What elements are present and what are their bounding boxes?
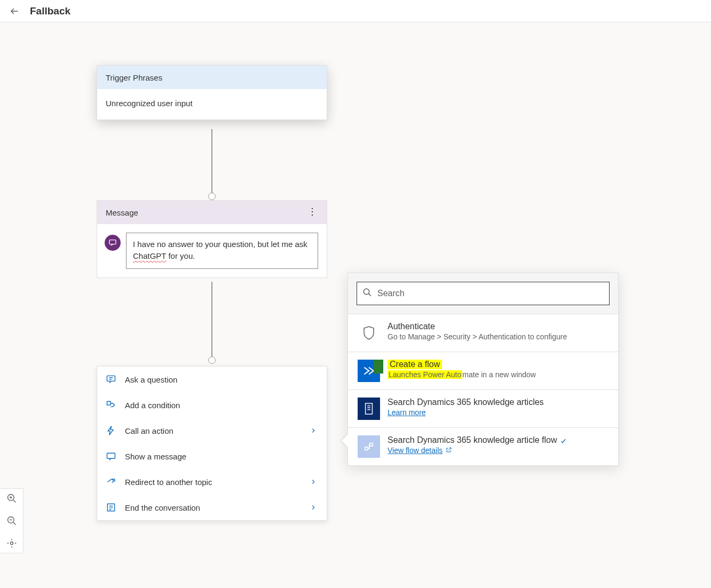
svg-rect-2 bbox=[107, 401, 111, 405]
connector-knob[interactable] bbox=[208, 356, 216, 364]
connector-knob[interactable] bbox=[208, 193, 216, 200]
message-text-post: for you. bbox=[166, 251, 195, 260]
chevron-right-icon bbox=[310, 478, 317, 486]
shield-icon bbox=[358, 322, 380, 344]
action-ask-question[interactable]: Ask a question bbox=[97, 367, 327, 392]
redirect-icon bbox=[105, 476, 117, 487]
checkmark-icon bbox=[560, 437, 567, 444]
flyout-item-authenticate[interactable]: Authenticate Go to Manage > Security > A… bbox=[348, 314, 618, 352]
subtitle-rest: mate in a new window bbox=[462, 370, 536, 379]
external-link-icon bbox=[446, 446, 452, 452]
chevron-right-icon bbox=[310, 504, 317, 511]
svg-rect-8 bbox=[370, 443, 373, 447]
flyout-item-title: Create a flow bbox=[388, 360, 442, 369]
connector-line bbox=[211, 129, 212, 196]
document-icon bbox=[358, 398, 380, 420]
svg-rect-3 bbox=[107, 453, 115, 458]
search-icon bbox=[362, 288, 372, 299]
svg-point-5 bbox=[364, 289, 369, 295]
call-action-flyout: Authenticate Go to Manage > Security > A… bbox=[347, 273, 619, 466]
zoom-out-button[interactable] bbox=[6, 515, 17, 526]
action-label: Ask a question bbox=[125, 375, 317, 384]
svg-rect-6 bbox=[366, 403, 373, 414]
search-input[interactable] bbox=[377, 289, 604, 298]
action-label: Redirect to another topic bbox=[125, 478, 302, 487]
page-header: Fallback bbox=[0, 0, 711, 22]
connector-line bbox=[211, 282, 212, 360]
action-label: Show a message bbox=[125, 452, 317, 461]
flyout-search-wrapper bbox=[348, 273, 618, 314]
message-text-spellcheck: ChatGPT bbox=[133, 251, 166, 260]
action-show-message[interactable]: Show a message bbox=[97, 443, 327, 469]
flow-icon bbox=[358, 435, 380, 458]
message-chat-icon bbox=[105, 235, 121, 251]
action-call-action[interactable]: Call an action bbox=[97, 418, 327, 443]
svg-rect-7 bbox=[365, 447, 368, 450]
flyout-item-subtitle: Go to Manage > Security > Authentication… bbox=[388, 332, 609, 341]
chat-icon bbox=[105, 451, 117, 462]
message-card[interactable]: Message ⋯ I have no answer to your quest… bbox=[97, 200, 327, 278]
message-text-input[interactable]: I have no answer to your question, but l… bbox=[126, 233, 318, 269]
list-icon bbox=[105, 502, 117, 513]
message-card-header: Message ⋯ bbox=[97, 201, 327, 224]
svg-point-11 bbox=[10, 542, 13, 545]
flyout-item-title: Search Dynamics 365 knowledge article fl… bbox=[388, 435, 609, 445]
action-end-conversation[interactable]: End the conversation bbox=[97, 495, 327, 520]
card-title: Trigger Phrases bbox=[106, 73, 162, 82]
fit-view-button[interactable] bbox=[6, 538, 17, 549]
flyout-item-create-flow[interactable]: Create a flow Launches Power Automate in… bbox=[348, 352, 618, 390]
branch-icon bbox=[105, 400, 117, 410]
more-menu-icon[interactable]: ⋯ bbox=[307, 207, 319, 218]
action-add-condition[interactable]: Add a condition bbox=[97, 392, 327, 418]
action-label: Call an action bbox=[125, 426, 302, 435]
trigger-phrases-header: Trigger Phrases bbox=[97, 66, 327, 89]
flyout-search-box[interactable] bbox=[357, 282, 610, 305]
power-automate-icon bbox=[358, 360, 380, 382]
subtitle-highlight: Launches Power Auto bbox=[388, 370, 462, 379]
trigger-phrase-value: Unrecognized user input bbox=[97, 89, 327, 120]
trigger-phrases-card[interactable]: Trigger Phrases Unrecognized user input bbox=[97, 65, 327, 120]
question-icon bbox=[105, 374, 117, 385]
action-redirect-topic[interactable]: Redirect to another topic bbox=[97, 469, 327, 495]
svg-rect-0 bbox=[109, 240, 116, 244]
action-label: Add a condition bbox=[125, 401, 317, 410]
zoom-toolbar bbox=[0, 488, 23, 553]
canvas[interactable]: Trigger Phrases Unrecognized user input … bbox=[0, 22, 711, 588]
action-label: End the conversation bbox=[125, 503, 302, 512]
flyout-item-title: Search Dynamics 365 knowledge articles bbox=[388, 398, 609, 407]
chevron-right-icon bbox=[310, 427, 317, 434]
learn-more-link[interactable]: Learn more bbox=[388, 408, 426, 417]
back-arrow-icon[interactable] bbox=[10, 6, 19, 16]
page-title: Fallback bbox=[30, 5, 70, 17]
flyout-item-title: Authenticate bbox=[388, 322, 609, 331]
card-title: Message bbox=[106, 208, 138, 217]
message-text-pre: I have no answer to your question, but l… bbox=[133, 240, 307, 249]
flyout-item-subtitle: Launches Power Automate in a new window bbox=[388, 370, 609, 379]
bolt-icon bbox=[105, 425, 117, 436]
action-menu: Ask a question Add a condition Call an a… bbox=[97, 366, 327, 521]
svg-rect-1 bbox=[107, 376, 115, 381]
view-flow-details-link[interactable]: View flow details bbox=[388, 446, 443, 455]
flyout-item-search-articles[interactable]: Search Dynamics 365 knowledge articles L… bbox=[348, 390, 618, 428]
zoom-in-button[interactable] bbox=[6, 493, 17, 504]
flyout-item-search-article-flow[interactable]: Search Dynamics 365 knowledge article fl… bbox=[348, 428, 618, 465]
flyout-item-title-text: Search Dynamics 365 knowledge article fl… bbox=[388, 435, 557, 445]
